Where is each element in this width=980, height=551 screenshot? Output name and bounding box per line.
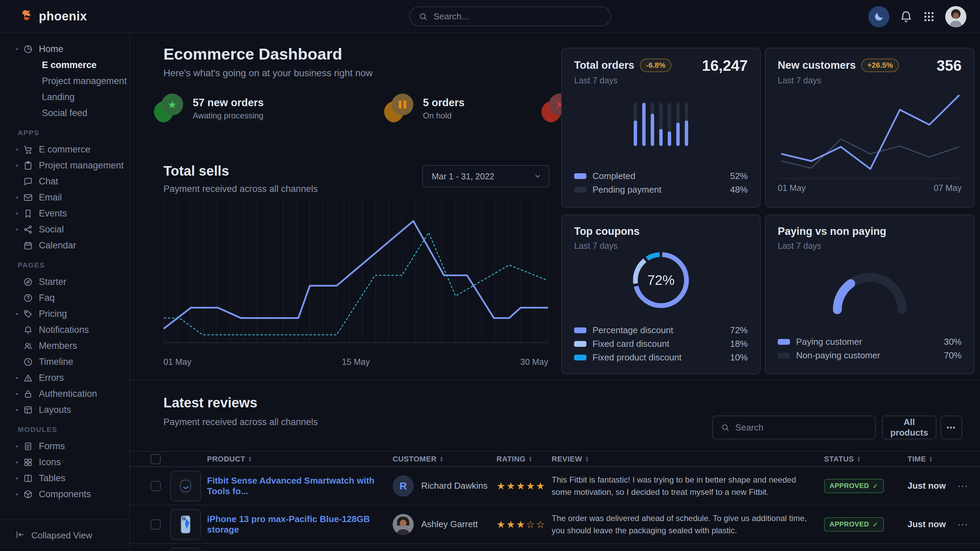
sidebar-item-social[interactable]: Social [15,222,129,238]
customer-cell: Ashley Garrett [393,514,496,535]
reviews-table-header: PRODUCT▲▼CUSTOMER▲▼RATING▲▼REVIEW▲▼STATU… [130,451,980,467]
theme-toggle-button[interactable] [868,6,889,27]
sidebar-subitem-landing[interactable]: Landing [15,89,129,105]
sidebar-subitem-e-commerce[interactable]: E commerce [15,57,129,73]
stat-1: ★57 new ordersAwating processing [154,94,264,124]
reviews-more-button[interactable]: ⋯ [940,416,962,439]
bar-fill [659,129,663,146]
table-icon [23,473,39,483]
global-search[interactable] [409,6,611,26]
row-actions-cell: ⋯ [955,518,980,531]
sidebar-item-chat[interactable]: Chat [15,173,129,190]
axis-divider [778,178,962,179]
sidebar-item-forms[interactable]: Forms [15,438,129,454]
sidebar-item-components[interactable]: Components [15,486,129,502]
sidebar-item-label: Starter [39,277,67,287]
product-image[interactable] [170,548,201,551]
row-actions-cell: ⋯ [955,479,980,493]
sidebar-item-notifications[interactable]: Notifications [15,322,129,338]
search-input[interactable] [433,11,601,22]
column-header-product[interactable]: PRODUCT▲▼ [207,455,393,464]
product-link[interactable]: iPhone 13 pro max-Pacific Blue-128GB sto… [207,514,370,535]
row-checkbox[interactable] [151,481,161,491]
sidebar-item-icons[interactable]: Icons [15,454,129,470]
bar-track [685,103,688,146]
column-header-customer[interactable]: CUSTOMER▲▼ [393,455,496,464]
top-navbar: phoenix [0,0,980,33]
search-icon [721,423,729,432]
mail-icon [23,193,39,203]
sidebar-section-label: MODULES [18,426,129,433]
column-header-status[interactable]: STATUS▲▼ [824,455,907,464]
sidebar-item-faq[interactable]: Faq [15,290,129,306]
lock-icon [23,389,39,399]
sidebar-item-e-commerce[interactable]: E commerce [15,141,129,157]
sidebar-item-label: Tables [39,473,65,484]
column-header-rating[interactable]: RATING▲▼ [496,455,552,464]
sort-icon: ▲▼ [857,456,861,462]
notifications-button[interactable] [900,10,913,23]
reviews-search[interactable] [712,416,876,439]
paying-legend-row: Paying customer30% [778,335,962,348]
sidebar-collapse-toggle[interactable]: Collapsed View [0,519,129,551]
sidebar-item-errors[interactable]: Errors [15,370,129,386]
warning-icon [23,373,39,383]
reviews-search-input[interactable] [735,422,867,433]
reviews-table: PRODUCT▲▼CUSTOMER▲▼RATING▲▼REVIEW▲▼STATU… [130,451,980,551]
legend-value: 30% [944,337,962,347]
grid-icon [23,457,39,467]
apps-grid-button[interactable] [923,11,935,23]
sidebar-item-authentication[interactable]: Authentication [15,386,129,402]
column-header-label: PRODUCT [207,455,245,464]
sidebar: HomeE commerceProject managementLandingS… [0,33,130,551]
sidebar-item-timeline[interactable]: Timeline [15,354,129,370]
brand-logo[interactable]: phoenix [0,8,87,24]
user-avatar[interactable] [945,6,966,27]
bar-fill [685,121,688,146]
sidebar-item-email[interactable]: Email [15,190,129,206]
caret-right-icon [15,392,23,396]
sidebar-item-label: Project management [39,160,124,171]
product-image[interactable] [170,471,201,501]
sidebar-item-pricing[interactable]: Pricing [15,306,129,322]
sidebar-item-label: Notifications [39,325,89,335]
sort-icon: ▲▼ [585,456,589,462]
stat-text: 5 ordersOn hold [423,97,465,121]
sidebar-subitem-social-feed[interactable]: Social feed [15,105,129,121]
sidebar-item-label: Errors [39,373,64,383]
sidebar-item-starter[interactable]: Starter [15,274,129,290]
rating-stars: ★★★☆☆ [496,519,552,530]
sidebar-item-home[interactable]: Home [15,41,129,57]
sort-icon: ▲▼ [440,456,444,462]
customer-avatar[interactable] [393,514,414,535]
row-checkbox[interactable] [151,519,161,530]
sidebar-item-tables[interactable]: Tables [15,470,129,486]
product-cell: Fitbit Sense Advanced Smartwatch with To… [207,475,393,497]
date-range-select[interactable]: Mar 1 - 31, 2022 [422,165,550,187]
sidebar-item-layouts[interactable]: Layouts [15,402,129,418]
card-period: Last 7 days [574,76,748,86]
sidebar-subitem-project-management[interactable]: Project management [15,73,129,89]
date-range-value: Mar 1 - 31, 2022 [432,171,494,181]
sort-icon: ▲▼ [528,456,533,462]
total-orders-card: Total orders -6.8% 16,247 Last 7 days Co… [561,48,761,208]
sidebar-item-members[interactable]: Members [15,338,129,354]
box-icon [23,489,39,499]
legend-swatch [574,187,586,193]
sidebar-item-project-management[interactable]: Project management [15,157,129,173]
sidebar-item-label: Forms [39,441,65,452]
caret-right-icon [15,195,23,200]
row-menu-button[interactable]: ⋯ [955,479,970,493]
product-link[interactable]: Fitbit Sense Advanced Smartwatch with To… [207,475,375,496]
row-menu-button[interactable]: ⋯ [955,518,970,531]
product-image[interactable] [170,509,201,540]
select-all-checkbox[interactable] [151,454,161,464]
sidebar-item-events[interactable]: Events [15,206,129,222]
pause-badge-icon [384,94,414,124]
total-sells-x-axis: 01 May 15 May 30 May [164,357,548,367]
all-products-button[interactable]: All products [882,416,936,439]
column-header-review[interactable]: REVIEW▲▼ [552,455,824,464]
customer-avatar[interactable]: R [393,475,414,497]
column-header-time[interactable]: TIME▲▼ [907,455,955,464]
sidebar-item-calendar[interactable]: Calendar [15,238,129,254]
